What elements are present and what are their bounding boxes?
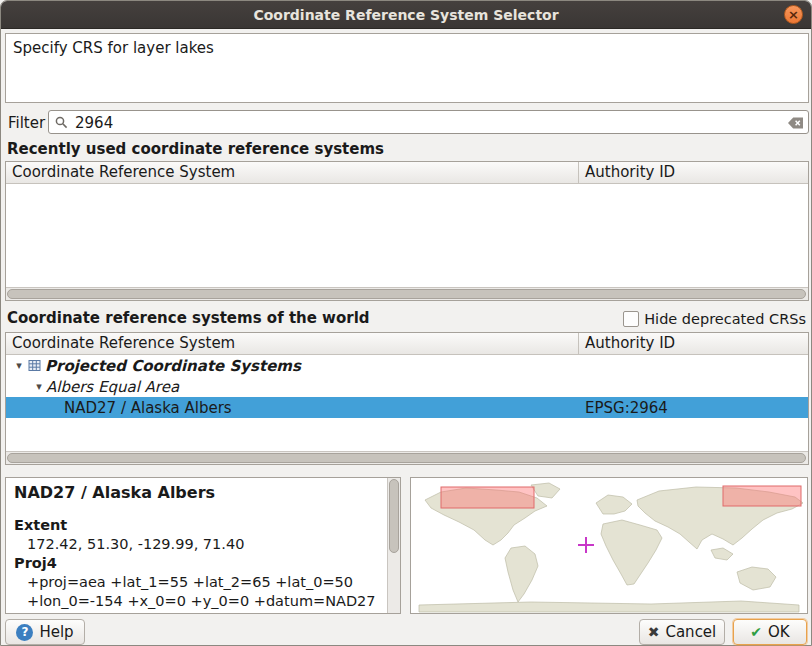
tree-item-albers-equal-area[interactable]: ▾ Albers Equal Area xyxy=(6,376,808,397)
details-vscrollbar[interactable] xyxy=(387,478,400,613)
world-crs-table: Coordinate Reference System Authority ID… xyxy=(5,332,809,465)
filter-label: Filter xyxy=(8,114,45,132)
crs-details-panel: NAD27 / Alaska Albers Extent 172.42, 51.… xyxy=(5,477,401,614)
help-button-label: Help xyxy=(39,623,73,641)
grid-icon xyxy=(28,359,41,372)
world-col-authority[interactable]: Authority ID xyxy=(579,333,808,354)
recent-crs-table: Coordinate Reference System Authority ID xyxy=(5,161,809,301)
tree-item-label: Albers Equal Area xyxy=(46,378,179,396)
expander-icon[interactable]: ▾ xyxy=(32,380,46,393)
details-vscrollbar-thumb[interactable] xyxy=(389,479,399,553)
proj4-label: Proj4 xyxy=(14,554,379,573)
clear-filter-icon[interactable] xyxy=(787,115,804,135)
hide-deprecated-option[interactable]: Hide deprecated CRSs xyxy=(623,311,806,327)
close-icon[interactable]: × xyxy=(784,5,803,24)
tree-item-nad27-alaska-albers[interactable]: NAD27 / Alaska Albers EPSG:2964 xyxy=(6,397,808,418)
tree-item-label: Projected Coordinate Systems xyxy=(45,357,301,375)
world-crs-heading: Coordinate reference systems of the worl… xyxy=(7,309,370,327)
cancel-button-label: Cancel xyxy=(665,623,716,641)
hide-deprecated-checkbox[interactable] xyxy=(623,311,639,327)
tree-item-label: NAD27 / Alaska Albers xyxy=(6,399,579,417)
world-table-header: Coordinate Reference System Authority ID xyxy=(6,333,808,355)
hide-deprecated-label: Hide deprecated CRSs xyxy=(644,311,806,327)
search-icon xyxy=(54,115,69,134)
crs-details-content: NAD27 / Alaska Albers Extent 172.42, 51.… xyxy=(6,478,387,613)
filter-value[interactable]: 2964 xyxy=(75,113,113,133)
ok-button[interactable]: ✔ OK xyxy=(733,619,807,645)
recent-crs-heading: Recently used coordinate reference syste… xyxy=(7,140,384,158)
recent-hscrollbar[interactable] xyxy=(6,287,808,300)
proj4-line: +units=us-ft +no_defs xyxy=(14,611,379,613)
ok-button-label: OK xyxy=(768,623,790,641)
recent-col-crs[interactable]: Coordinate Reference System xyxy=(6,162,579,183)
filter-input[interactable]: 2964 xyxy=(48,110,809,134)
cancel-icon: ✖ xyxy=(648,624,660,640)
recent-col-authority[interactable]: Authority ID xyxy=(579,162,808,183)
recent-table-header: Coordinate Reference System Authority ID xyxy=(6,162,808,184)
help-icon: ? xyxy=(16,624,33,641)
world-col-crs[interactable]: Coordinate Reference System xyxy=(6,333,579,354)
expander-icon[interactable]: ▾ xyxy=(12,359,26,372)
cancel-button[interactable]: ✖ Cancel xyxy=(639,619,725,645)
extent-value: 172.42, 51.30, -129.99, 71.40 xyxy=(14,535,379,554)
tree-item-authority-id: EPSG:2964 xyxy=(579,399,808,417)
window-title: Coordinate Reference System Selector xyxy=(1,1,811,29)
extent-label: Extent xyxy=(14,516,379,535)
crs-extent-map-preview xyxy=(410,477,808,614)
world-hscrollbar[interactable] xyxy=(6,451,808,464)
proj4-line: +proj=aea +lat_1=55 +lat_2=65 +lat_0=50 xyxy=(14,573,379,592)
tree-item-projected-coordinate-systems[interactable]: ▾ Projected Coordinate Systems xyxy=(6,355,808,376)
help-button[interactable]: ? Help xyxy=(5,619,85,645)
world-map xyxy=(411,478,807,613)
crs-detail-title: NAD27 / Alaska Albers xyxy=(14,483,379,502)
titlebar[interactable]: Coordinate Reference System Selector × xyxy=(1,1,811,29)
prompt-message: Specify CRS for layer lakes xyxy=(5,33,809,103)
proj4-line: +lon_0=-154 +x_0=0 +y_0=0 +datum=NAD27 xyxy=(14,592,379,611)
recent-hscrollbar-thumb[interactable] xyxy=(7,289,806,299)
crs-selector-dialog: Coordinate Reference System Selector × S… xyxy=(0,0,812,646)
world-table-body: ▾ Projected Coordinate Systems ▾ Albers … xyxy=(6,355,808,418)
ok-icon: ✔ xyxy=(750,624,762,640)
world-hscrollbar-thumb[interactable] xyxy=(7,453,806,463)
